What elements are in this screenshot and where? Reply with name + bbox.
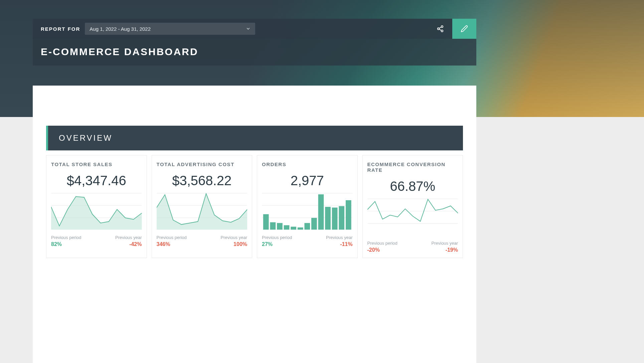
- chevron-down-icon: [246, 26, 251, 31]
- date-range-select[interactable]: Aug 1, 2022 - Aug 31, 2022: [85, 23, 255, 35]
- sparkline-bar: [262, 193, 353, 230]
- prev-period-value: 27%: [262, 241, 292, 247]
- prev-year-label: Previous year: [432, 241, 458, 246]
- content-card: OVERVIEW TOTAL STORE SALES $4,347.46 Pre…: [33, 86, 476, 363]
- sparkline-line: [367, 199, 458, 235]
- prev-year-value: -42%: [115, 241, 142, 247]
- prev-period-value: -20%: [367, 247, 397, 253]
- kpi-ecommerce-conversion-rate[interactable]: ECOMMERCE CONVERSION RATE 66.87% Previou…: [362, 155, 463, 258]
- prev-period-label: Previous period: [51, 235, 81, 240]
- svg-rect-19: [311, 218, 317, 230]
- prev-year-label: Previous year: [326, 235, 352, 240]
- kpi-value: $3,568.22: [157, 173, 248, 188]
- prev-year-value: 100%: [221, 241, 247, 247]
- prev-year-value: -11%: [326, 241, 352, 247]
- kpi-value: 66.87%: [367, 179, 458, 194]
- svg-rect-22: [332, 208, 338, 230]
- prev-year-label: Previous year: [115, 235, 142, 240]
- kpi-title: ECOMMERCE CONVERSION RATE: [367, 161, 458, 173]
- section-title-overview: OVERVIEW: [59, 133, 113, 143]
- prev-period-value: 346%: [157, 241, 187, 247]
- prev-period-label: Previous period: [367, 241, 397, 246]
- kpi-total-advertising-cost[interactable]: TOTAL ADVERTISING COST $3,568.22 Previou…: [152, 155, 253, 258]
- kpi-compare-row: Previous period 27% Previous year -11%: [262, 235, 353, 247]
- kpi-title: ORDERS: [262, 161, 353, 167]
- section-header-overview: OVERVIEW: [46, 126, 463, 150]
- svg-rect-24: [346, 200, 351, 230]
- svg-rect-16: [291, 227, 296, 230]
- svg-rect-21: [325, 207, 331, 230]
- date-range-value: Aug 1, 2022 - Aug 31, 2022: [90, 26, 151, 32]
- prev-period-label: Previous period: [262, 235, 292, 240]
- svg-rect-14: [277, 223, 283, 230]
- report-for-label: REPORT FOR: [41, 26, 80, 32]
- svg-rect-15: [284, 225, 290, 230]
- prev-period-label: Previous period: [157, 235, 187, 240]
- edit-button[interactable]: [452, 19, 476, 39]
- kpi-title: TOTAL STORE SALES: [51, 161, 142, 167]
- report-toolbar: REPORT FOR Aug 1, 2022 - Aug 31, 2022: [33, 19, 476, 39]
- share-icon: [437, 25, 444, 32]
- sparkline-area: [51, 193, 142, 230]
- share-button[interactable]: [428, 19, 452, 39]
- kpi-value: $4,347.46: [51, 173, 142, 188]
- svg-rect-18: [304, 223, 310, 230]
- sparkline-area: [157, 193, 248, 230]
- kpi-orders[interactable]: ORDERS 2,977 Previous period 27% Previou…: [257, 155, 358, 258]
- kpi-compare-row: Previous period -20% Previous year -19%: [367, 241, 458, 253]
- svg-rect-12: [263, 214, 269, 230]
- prev-period-value: 82%: [51, 241, 81, 247]
- page-title: E-COMMERCE DASHBOARD: [41, 46, 468, 57]
- kpi-grid: TOTAL STORE SALES $4,347.46 Previous per…: [46, 155, 463, 258]
- kpi-total-store-sales[interactable]: TOTAL STORE SALES $4,347.46 Previous per…: [46, 155, 147, 258]
- svg-line-32: [439, 29, 441, 30]
- svg-rect-20: [318, 194, 324, 230]
- svg-rect-13: [270, 222, 276, 230]
- svg-line-33: [439, 27, 441, 28]
- prev-year-label: Previous year: [221, 235, 247, 240]
- kpi-compare-row: Previous period 346% Previous year 100%: [157, 235, 248, 247]
- pencil-icon: [461, 25, 468, 32]
- kpi-value: 2,977: [262, 173, 353, 188]
- title-bar: E-COMMERCE DASHBOARD: [33, 39, 476, 66]
- kpi-title: TOTAL ADVERTISING COST: [157, 161, 248, 167]
- kpi-compare-row: Previous period 82% Previous year -42%: [51, 235, 142, 247]
- svg-rect-17: [298, 227, 303, 230]
- prev-year-value: -19%: [432, 247, 458, 253]
- svg-rect-23: [339, 206, 344, 230]
